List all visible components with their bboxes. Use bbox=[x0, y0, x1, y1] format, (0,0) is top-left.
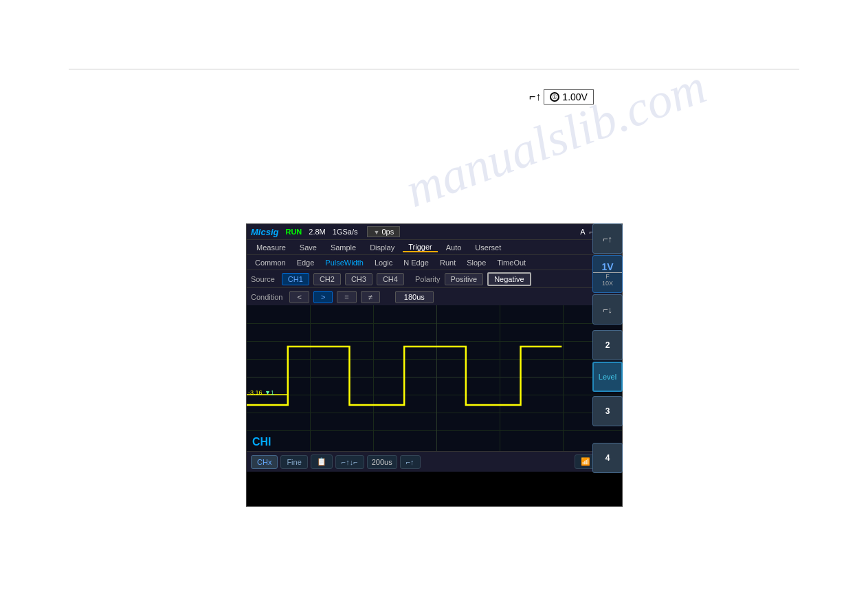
menu-sample[interactable]: Sample bbox=[325, 243, 361, 252]
trig-runt[interactable]: Runt bbox=[436, 259, 460, 267]
rp-pulse-up-button[interactable]: ⌐↑ bbox=[592, 223, 623, 254]
condition-row: Condition < > = ≠ 180us bbox=[247, 287, 622, 305]
trig-nedge[interactable]: N Edge bbox=[399, 259, 433, 267]
memory-depth: 2.8M bbox=[309, 228, 325, 236]
chx-button[interactable]: CHx bbox=[251, 455, 278, 469]
source-ch4-button[interactable]: CH4 bbox=[377, 273, 404, 285]
file-button[interactable]: 📋 bbox=[311, 454, 333, 469]
trigger-ch-label: A bbox=[580, 228, 585, 236]
condition-equal-button[interactable]: = bbox=[337, 291, 356, 303]
rp-ch2-label: 2 bbox=[605, 340, 610, 350]
channel-marker: ▼1 bbox=[265, 389, 274, 396]
chx-label: CHx bbox=[257, 458, 271, 466]
menu-save[interactable]: Save bbox=[294, 243, 322, 252]
timebase-value: 200us bbox=[372, 458, 392, 466]
menu-userset[interactable]: Userset bbox=[469, 243, 507, 252]
trigger-type-bar: Common Edge PulseWidth Logic N Edge Runt… bbox=[247, 254, 622, 270]
time-offset-value: 0ps bbox=[381, 228, 394, 236]
polarity-negative-button[interactable]: Negative bbox=[487, 272, 531, 286]
pulse-down-icon: ⌐↓ bbox=[603, 305, 612, 315]
trig-pulsewidth[interactable]: PulseWidth bbox=[321, 259, 368, 267]
polarity-positive-button[interactable]: Positive bbox=[445, 273, 484, 285]
edge-icon: ⌐↑ bbox=[406, 458, 414, 466]
rp-ch3-button[interactable]: 3 bbox=[592, 396, 623, 426]
oscope-menubar: Measure Save Sample Display Trigger Auto… bbox=[247, 239, 622, 254]
brand-logo: Micsig bbox=[251, 227, 278, 237]
rp-1v-label: 1V bbox=[601, 261, 613, 272]
source-ch3-button[interactable]: CH3 bbox=[345, 273, 372, 285]
rp-10x-label: 10X bbox=[602, 280, 613, 287]
rp-f-label: F bbox=[593, 272, 622, 280]
run-status: RUN bbox=[285, 228, 302, 236]
file-icon: 📋 bbox=[317, 457, 326, 465]
oscope-bottombar: CHx Fine 📋 ⌐↑↓⌐ 200us ⌐↑ 📶 ⏸ 05:50 bbox=[247, 451, 622, 472]
trigger-circle-icon: ① bbox=[550, 92, 559, 102]
rp-level-label: Level bbox=[599, 373, 616, 381]
trigger-symbol-icon: ⌐↑ bbox=[529, 91, 541, 103]
rp-1v-button[interactable]: 1V F 10X bbox=[592, 255, 623, 293]
menu-measure[interactable]: Measure bbox=[251, 243, 291, 252]
pulse-mode-button[interactable]: ⌐↑↓⌐ bbox=[335, 455, 364, 469]
menu-trigger[interactable]: Trigger bbox=[403, 243, 437, 252]
source-label: Source bbox=[251, 275, 275, 283]
source-ch2-button[interactable]: CH2 bbox=[313, 273, 341, 285]
sample-rate: 1GSa/s bbox=[333, 228, 358, 236]
waveform-area: -3.16 ▼1 ◄ CHI bbox=[247, 305, 622, 451]
rp-ch4-label: 4 bbox=[605, 453, 610, 463]
oscope-topbar: Micsig RUN 2.8M 1GSa/s ▼ 0ps A ⌐↑ ①1V bbox=[247, 224, 622, 239]
timebase-button[interactable]: 200us bbox=[367, 455, 397, 469]
menu-display[interactable]: Display bbox=[364, 243, 400, 252]
rp-ch4-button[interactable]: 4 bbox=[592, 443, 623, 473]
condition-greater-button[interactable]: > bbox=[313, 291, 333, 303]
voltage-value: -3.16 bbox=[248, 389, 263, 396]
trig-timeout[interactable]: TimeOut bbox=[493, 259, 530, 267]
rp-ch2-button[interactable]: 2 bbox=[592, 330, 623, 360]
edge-mode-button[interactable]: ⌐↑ bbox=[400, 455, 421, 469]
waveform-svg bbox=[247, 305, 622, 451]
trigger-level-value: 1.00V bbox=[562, 91, 588, 102]
source-row: Source CH1 CH2 CH3 CH4 Polarity Positive… bbox=[247, 270, 622, 287]
trig-slope[interactable]: Slope bbox=[463, 259, 490, 267]
condition-label: Condition bbox=[251, 293, 282, 301]
rp-pulse-down-button[interactable]: ⌐↓ bbox=[592, 294, 623, 325]
polarity-label: Polarity bbox=[415, 275, 441, 283]
chx-waveform-label: CHI bbox=[252, 436, 271, 448]
fine-label: Fine bbox=[287, 458, 301, 466]
pulse-mode-icon: ⌐↑↓⌐ bbox=[342, 458, 358, 466]
condition-less-button[interactable]: < bbox=[289, 291, 309, 303]
menu-auto[interactable]: Auto bbox=[441, 243, 467, 252]
oscilloscope-screen: Micsig RUN 2.8M 1GSa/s ▼ 0ps A ⌐↑ ①1V Me… bbox=[246, 223, 623, 507]
wifi-icon: 📶 bbox=[581, 457, 590, 465]
condition-notequal-button[interactable]: ≠ bbox=[361, 291, 380, 303]
trigger-display: ⌐↑ ① 1.00V bbox=[529, 89, 594, 105]
rp-ch3-label: 3 bbox=[605, 406, 610, 416]
right-panel: ⌐↑ 1V F 10X ⌐↓ 2 Level 3 4 bbox=[592, 223, 623, 473]
condition-time-value: 180us bbox=[404, 293, 425, 301]
condition-value-display[interactable]: 180us bbox=[395, 291, 434, 303]
pulse-up-icon: ⌐↑ bbox=[603, 234, 612, 244]
voltage-label: -3.16 ▼1 bbox=[248, 389, 274, 396]
trig-logic[interactable]: Logic bbox=[370, 259, 397, 267]
source-ch1-button[interactable]: CH1 bbox=[282, 273, 309, 285]
trigger-level-box[interactable]: ① 1.00V bbox=[544, 89, 594, 105]
trig-edge[interactable]: Edge bbox=[293, 259, 319, 267]
top-rule bbox=[69, 69, 799, 69]
watermark: manualslib.com bbox=[399, 58, 714, 219]
fine-button[interactable]: Fine bbox=[280, 455, 307, 469]
trig-common[interactable]: Common bbox=[251, 259, 290, 267]
rp-level-button[interactable]: Level bbox=[592, 362, 623, 392]
time-offset-display: ▼ 0ps bbox=[367, 226, 400, 237]
